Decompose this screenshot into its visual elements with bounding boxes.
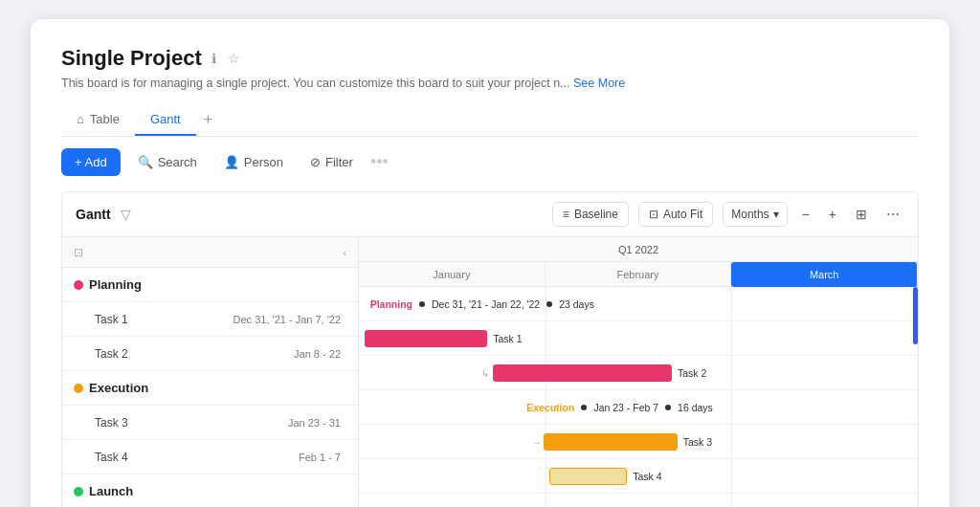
tab-add-button[interactable]: +: [196, 103, 220, 136]
baseline-icon: ≡: [563, 208, 569, 221]
gantt-container: Gantt ▽ ≡ Baseline ⊡ Auto Fit Months ▾ −…: [61, 191, 919, 507]
task-4-name: Task 4: [74, 451, 128, 464]
group-row-planning: Planning: [62, 268, 358, 302]
planning-dot: [74, 280, 83, 290]
task-row-2: Task 2 Jan 8 - 22: [62, 337, 358, 371]
filter-icon: ⊘: [310, 155, 321, 169]
timeline-planning-group: Planning Dec 31, '21 - Jan 22, '22 23 da…: [359, 287, 918, 321]
timeline-task-1: Task 1: [359, 321, 918, 356]
gantt-controls: ≡ Baseline ⊡ Auto Fit Months ▾ − + ⊞ ⋯: [552, 202, 904, 227]
see-more-link[interactable]: See More: [573, 77, 625, 90]
months-select[interactable]: Months ▾: [723, 202, 787, 227]
gantt-filter-icon[interactable]: ▽: [119, 205, 133, 224]
page-title: Single Project: [61, 46, 202, 71]
task-4-bar-label: Task 4: [633, 471, 661, 482]
task-4-cell: Task 4 Feb 1 - 7: [62, 440, 358, 474]
timeline-task-4: Task 4: [359, 459, 918, 494]
page-header: Single Project ℹ ☆: [61, 46, 919, 71]
timeline-rows: Planning Dec 31, '21 - Jan 22, '22 23 da…: [359, 287, 918, 507]
gantt-right-panel: Q1 2022 January February March: [359, 237, 918, 507]
month-february: February: [546, 262, 732, 287]
toolbar: + Add 🔍 Search 👤 Person ⊘ Filter •••: [61, 148, 919, 176]
task-3-name: Task 3: [74, 416, 128, 430]
gantt-title-area: Gantt ▽: [76, 205, 133, 224]
task-2-name: Task 2: [74, 347, 128, 361]
execution-milestone-label: Execution Jan 23 - Feb 7 16 days: [526, 402, 713, 413]
person-button[interactable]: 👤 Person: [214, 149, 293, 175]
task-1-bar-label: Task 1: [493, 333, 522, 344]
page-description: This board is for managing a single proj…: [61, 77, 919, 90]
task-1-name: Task 1: [74, 313, 128, 326]
task-4-date: Feb 1 - 7: [299, 452, 348, 463]
filter-button[interactable]: ⊘ Filter: [301, 149, 363, 175]
execution-group-cell: Execution: [62, 371, 158, 405]
task-2-bar[interactable]: [493, 364, 672, 382]
tab-gantt[interactable]: Gantt: [135, 104, 196, 136]
quarter-label: Q1 2022: [618, 244, 658, 255]
task-3-cell: Task 3 Jan 23 - 31: [62, 406, 358, 439]
home-icon: ⌂: [77, 112, 84, 126]
autofit-button[interactable]: ⊡ Auto Fit: [638, 202, 713, 227]
gantt-left-panel: ⊡ ‹ Planning Task 1 Dec 31, '21 - Jan 7,…: [62, 237, 359, 507]
launch-group-name: Launch: [89, 484, 133, 498]
info-icon-button[interactable]: ℹ: [210, 49, 218, 68]
timeline-launch-group: Launch Feb 8 - 21 14 days: [359, 494, 918, 507]
task-1-date: Dec 31, '21 - Jan 7, '22: [234, 314, 348, 325]
task-3-date: Jan 23 - 31: [288, 417, 348, 429]
star-icon-button[interactable]: ☆: [226, 49, 242, 68]
toolbar-divider: •••: [370, 152, 389, 172]
tab-bar: ⌂ Table Gantt +: [61, 103, 919, 137]
more-icon: ⋯: [886, 207, 900, 222]
timeline-execution-group: Execution Jan 23 - Feb 7 16 days: [359, 390, 918, 425]
execution-group-name: Execution: [89, 381, 148, 395]
main-card: Single Project ℹ ☆ This board is for man…: [31, 19, 949, 507]
group-row-execution: Execution: [62, 371, 358, 406]
timeline-task-2: ↳ Task 2: [359, 356, 918, 390]
task-3-bar-label: Task 3: [683, 436, 712, 448]
planning-dot-inline: [419, 301, 425, 307]
gantt-body: ⊡ ‹ Planning Task 1 Dec 31, '21 - Jan 7,…: [62, 237, 918, 507]
more-options-button[interactable]: ⋯: [881, 204, 904, 225]
task-row-1: Task 1 Dec 31, '21 - Jan 7, '22: [62, 302, 358, 337]
planning-group-name: Planning: [89, 277, 142, 292]
task-3-bar[interactable]: [544, 433, 678, 451]
export-button[interactable]: ⊞: [851, 204, 872, 225]
planning-milestone-label: Planning Dec 31, '21 - Jan 22, '22 23 da…: [370, 298, 594, 310]
gantt-title: Gantt: [76, 207, 111, 222]
timeline-task-3: → Task 3: [359, 425, 918, 459]
search-icon: 🔍: [138, 155, 153, 169]
quarter-row: Q1 2022: [359, 237, 918, 262]
gantt-left-col-header: ⊡ ‹: [62, 237, 358, 268]
person-icon: 👤: [224, 155, 239, 169]
task-2-date: Jan 8 - 22: [294, 348, 348, 360]
gantt-timeline-header: Q1 2022 January February March: [359, 237, 918, 287]
launch-dot: [74, 487, 83, 496]
zoom-in-button[interactable]: +: [824, 204, 841, 225]
launch-group-cell: Launch: [62, 474, 143, 507]
export-icon: ⊞: [856, 207, 867, 222]
vertical-scrollbar[interactable]: [913, 287, 918, 344]
month-march: March: [731, 262, 918, 287]
task-4-bar[interactable]: [549, 468, 628, 485]
task-2-arrow: ↳: [481, 367, 489, 378]
collapse-icon[interactable]: ⊡: [74, 246, 83, 259]
add-button[interactable]: + Add: [61, 148, 121, 176]
execution-dot: [74, 384, 83, 393]
baseline-button[interactable]: ≡ Baseline: [552, 202, 629, 227]
task-row-3: Task 3 Jan 23 - 31: [62, 406, 358, 440]
chevron-down-icon: ▾: [773, 208, 779, 221]
task-2-cell: Task 2 Jan 8 - 22: [62, 337, 358, 370]
task-1-bar[interactable]: [365, 330, 487, 347]
search-button[interactable]: 🔍 Search: [128, 149, 207, 175]
tab-table[interactable]: ⌂ Table: [61, 104, 135, 136]
nav-left-icon[interactable]: ‹: [343, 247, 346, 258]
exec-dot2: [665, 405, 671, 410]
task-2-bar-label: Task 2: [678, 367, 706, 379]
group-row-launch: Launch: [62, 474, 358, 507]
month-january: January: [359, 262, 546, 287]
autofit-icon: ⊡: [649, 208, 658, 221]
planning-group-cell: Planning: [62, 268, 151, 301]
task-3-arrow: →: [532, 436, 542, 447]
zoom-out-button[interactable]: −: [797, 204, 814, 225]
task-row-4: Task 4 Feb 1 - 7: [62, 440, 358, 474]
